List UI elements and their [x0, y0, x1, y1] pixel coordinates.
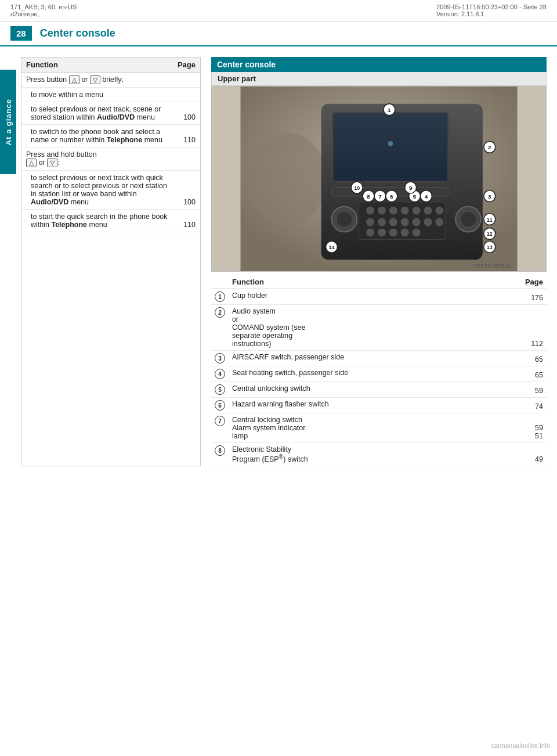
- svg-point-7: [336, 211, 352, 228]
- table-row: 6Hazard warning flasher switch74: [211, 398, 547, 413]
- page-cell: 176: [522, 289, 547, 305]
- svg-point-14: [401, 207, 409, 215]
- svg-point-15: [413, 207, 421, 215]
- svg-text:1: 1: [388, 107, 391, 113]
- svg-point-9: [460, 211, 476, 228]
- circle-num: 5: [215, 384, 225, 395]
- svg-point-29: [413, 228, 421, 236]
- svg-point-23: [424, 218, 432, 226]
- header-left-line1: 171_AKB; 3; 60, en-US: [10, 3, 77, 10]
- function-cell: Central locking switchAlarm system indic…: [229, 413, 522, 443]
- button-up-icon: △: [26, 159, 37, 167]
- func-col-page: Page: [522, 275, 547, 289]
- svg-point-25: [366, 228, 374, 236]
- function-cell: to select previous or next track with qu…: [21, 171, 173, 210]
- page-cell: [173, 73, 200, 88]
- row-num-cell: 7: [211, 413, 229, 443]
- table-row: 8Electronic StabilityProgram (ESP®) swit…: [211, 443, 547, 466]
- car-image-inner: ●: [212, 87, 546, 271]
- func-col-num: [211, 275, 229, 289]
- main-content: Function Page Press button △ or ▽ briefl…: [0, 46, 557, 477]
- function-cell: Press and hold button △ or ▽:: [21, 147, 173, 171]
- page-cell: 74: [522, 398, 547, 413]
- doc-header: 171_AKB; 3; 60, en-US d2ureepe, 2009-05-…: [0, 0, 557, 21]
- page-cell: [173, 88, 200, 102]
- circle-num: 3: [215, 353, 225, 363]
- page-cell: 110: [173, 125, 200, 147]
- page-title-bar: 28 Center console: [0, 21, 557, 46]
- right-panel: Center console Upper part: [211, 57, 547, 466]
- svg-point-11: [366, 207, 374, 215]
- function-cell: Electronic StabilityProgram (ESP®) switc…: [229, 443, 522, 466]
- page-cell: 59: [522, 382, 547, 398]
- function-cell: to select previous or next track, scene …: [21, 102, 173, 125]
- circle-num: 2: [215, 307, 225, 318]
- page-cell: 49: [522, 443, 547, 466]
- circle-num: 7: [215, 416, 225, 426]
- page-number: 28: [10, 26, 32, 41]
- left-function-table: Function Page Press button △ or ▽ briefl…: [21, 57, 201, 466]
- left-col-page: Page: [173, 57, 200, 73]
- func-col-function: Function: [229, 275, 522, 289]
- table-row: to start the quick search in the phone b…: [21, 210, 200, 232]
- row-num-cell: 3: [211, 351, 229, 366]
- table-row: 3AIRSCARF switch, passenger side65: [211, 351, 547, 366]
- table-row: 2Audio systemorCOMAND system (seeseparat…: [211, 305, 547, 351]
- header-left-line2: d2ureepe,: [10, 10, 77, 17]
- table-row: 7Central locking switchAlarm system indi…: [211, 413, 547, 443]
- button-up-icon: △: [69, 75, 79, 84]
- svg-point-12: [378, 207, 386, 215]
- circle-num: 4: [215, 369, 225, 379]
- table-row: 1Cup holder176: [211, 289, 547, 305]
- function-cell: Cup holder: [229, 289, 522, 305]
- table-row: 4Seat heating switch, passenger side65: [211, 366, 547, 382]
- svg-point-22: [413, 218, 421, 226]
- svg-point-1: [246, 133, 327, 225]
- svg-text:2: 2: [488, 144, 491, 150]
- center-console-section-title: Center console: [211, 57, 547, 72]
- svg-point-26: [378, 228, 386, 236]
- svg-point-24: [435, 218, 443, 226]
- table-row: to select previous or next track with qu…: [21, 171, 200, 210]
- svg-text:12: 12: [487, 231, 493, 237]
- circle-num: 1: [215, 291, 225, 302]
- upper-part-header: Upper part: [211, 72, 547, 86]
- svg-point-21: [401, 218, 409, 226]
- function-cell: Audio systemorCOMAND system (seeseparate…: [229, 305, 522, 351]
- svg-point-17: [435, 207, 443, 215]
- sidebar-label: At a glance: [0, 70, 16, 174]
- table-row: Press and hold button △ or ▽:: [21, 147, 200, 171]
- page-cell: 110: [173, 210, 200, 232]
- function-cell: Press button △ or ▽ briefly:: [21, 73, 173, 88]
- function-cell: to move within a menu: [21, 88, 173, 102]
- svg-text:P46.70-3975-31: P46.70-3975-31: [474, 263, 511, 269]
- page-cell: 65: [522, 351, 547, 366]
- page-cell: 100: [173, 171, 200, 210]
- row-num-cell: 6: [211, 398, 229, 413]
- svg-text:5: 5: [413, 193, 417, 200]
- button-down-icon: ▽: [90, 75, 100, 84]
- svg-point-28: [401, 228, 409, 236]
- row-num-cell: 2: [211, 305, 229, 351]
- svg-text:3: 3: [488, 193, 491, 200]
- svg-text:●: ●: [387, 136, 394, 149]
- row-num-cell: 1: [211, 289, 229, 305]
- circle-num: 8: [215, 445, 225, 456]
- circle-num: 6: [215, 400, 225, 411]
- table-row: to switch to the phone book and select a…: [21, 125, 200, 147]
- svg-text:4: 4: [425, 193, 428, 200]
- right-function-table: Function Page 1Cup holder1762Audio syste…: [211, 275, 547, 466]
- svg-point-27: [389, 228, 397, 236]
- function-cell: AIRSCARF switch, passenger side: [229, 351, 522, 366]
- function-cell: Seat heating switch, passenger side: [229, 366, 522, 382]
- function-cell: to switch to the phone book and select a…: [21, 125, 173, 147]
- header-right-line1: 2009-05-11T16:00:23+02:00 - Seite 28: [436, 3, 547, 10]
- svg-point-20: [389, 218, 397, 226]
- table-row: to select previous or next track, scene …: [21, 102, 200, 125]
- svg-text:10: 10: [354, 185, 360, 191]
- svg-text:7: 7: [378, 193, 382, 200]
- function-cell: Central unlocking switch: [229, 382, 522, 398]
- svg-text:6: 6: [390, 193, 393, 200]
- svg-point-16: [424, 207, 432, 215]
- table-row: to move within a menu: [21, 88, 200, 102]
